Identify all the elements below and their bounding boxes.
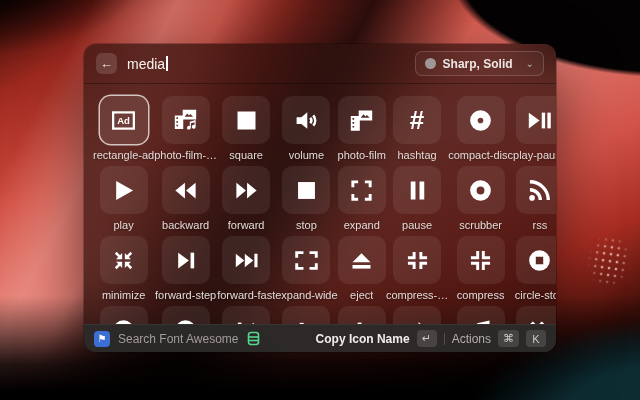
icon-label: compact-disc — [448, 149, 513, 161]
icon-tile-forward-fast[interactable] — [222, 236, 270, 284]
search-input[interactable]: media — [127, 56, 168, 72]
icon-cell-play-pause: play-pause — [513, 96, 556, 166]
arrow-right-icon — [404, 317, 431, 325]
play-icon — [110, 177, 137, 204]
style-dropdown-value: Sharp, Solid — [443, 57, 513, 71]
icon-cell-music — [448, 306, 513, 324]
icon-cell-backward: backward — [154, 166, 217, 236]
icon-cell-compress-…: compress-… — [386, 236, 448, 306]
icon-tile-compact-disc[interactable] — [457, 96, 505, 144]
k-key-badge[interactable]: K — [526, 330, 546, 347]
back-arrow-icon: ← — [100, 57, 113, 70]
icon-cell-eject: eject — [338, 236, 386, 306]
icon-label: compress — [457, 289, 505, 301]
icon-tile-scrubber[interactable] — [457, 166, 505, 214]
back-button[interactable]: ← — [96, 53, 117, 74]
footer-app-label: Search Font Awesome — [118, 332, 239, 346]
icon-tile-volume[interactable] — [282, 96, 330, 144]
icon-tile-chart-column[interactable] — [338, 306, 386, 324]
backward-icon — [172, 177, 199, 204]
icon-cell-forward-fast: forward-fast — [217, 236, 275, 306]
icon-tile-rectangle-ad[interactable]: Ad — [100, 96, 148, 144]
icon-cell-photo-film: photo-film — [338, 96, 386, 166]
icon-tile-photo-film-music[interactable] — [162, 96, 210, 144]
icon-tile-expand[interactable] — [338, 166, 386, 214]
backward-step-icon — [233, 317, 260, 325]
icon-label: circle-stop — [515, 289, 556, 301]
icon-tile-pause[interactable] — [393, 166, 441, 214]
expand-wide-icon — [293, 247, 320, 274]
icon-tile-forward[interactable] — [222, 166, 270, 214]
actions-button[interactable]: Actions — [452, 332, 491, 346]
icon-tile-hashtag[interactable]: # — [393, 96, 441, 144]
flag-glyph: ⚑ — [98, 333, 107, 344]
icon-tile-play[interactable] — [100, 166, 148, 214]
icon-tile-backward[interactable] — [162, 166, 210, 214]
circle-icon — [172, 317, 199, 325]
icon-tile-circle-stop[interactable] — [516, 236, 556, 284]
icon-cell-circle — [93, 306, 154, 324]
scrubber-icon — [467, 177, 494, 204]
photo-film-icon — [348, 107, 375, 134]
footer-bar: ⚑ Search Font Awesome Copy Icon Name ↵ A… — [84, 324, 556, 352]
square-icon — [233, 107, 260, 134]
rectangle-ad-icon: Ad — [110, 107, 137, 134]
sliders-icon — [293, 317, 320, 325]
wallpaper-halftone-dots — [575, 220, 640, 301]
icon-tile-square[interactable] — [222, 96, 270, 144]
search-bar: ← media Sharp, Solid ⌄ — [84, 44, 556, 84]
icon-cell-circle-stop: circle-stop — [513, 236, 556, 306]
icon-label: stop — [296, 219, 317, 231]
chart-column-icon — [348, 317, 375, 325]
icon-label: forward-fast — [217, 289, 275, 301]
icon-tile-eject[interactable] — [338, 236, 386, 284]
copy-icon-name-button[interactable]: Copy Icon Name — [316, 332, 410, 346]
icon-label: expand-wide — [275, 289, 337, 301]
icon-label: forward — [228, 219, 265, 231]
icon-tile-compress-wide[interactable] — [393, 236, 441, 284]
icon-tile-compress[interactable] — [457, 236, 505, 284]
compress-wide-icon — [404, 247, 431, 274]
compress-icon — [467, 247, 494, 274]
icon-label: rss — [533, 219, 548, 231]
icon-cell-volume: volume — [275, 96, 337, 166]
icon-tile-photo-film[interactable] — [338, 96, 386, 144]
icon-tile-angles-right[interactable] — [516, 306, 556, 324]
icon-cell-arrow-right — [386, 306, 448, 324]
icon-tile-minimize[interactable] — [100, 236, 148, 284]
icon-cell-play: play — [93, 166, 154, 236]
compact-disc-icon — [467, 107, 494, 134]
icon-cell-rectangle-ad: Adrectangle-ad — [93, 96, 154, 166]
icon-tile-music[interactable] — [457, 306, 505, 324]
icon-tile-circle[interactable] — [100, 306, 148, 324]
icon-cell-rss: rss — [513, 166, 556, 236]
icon-cell-angles-right — [513, 306, 556, 324]
icon-cell-backward-step — [217, 306, 275, 324]
photo-film-music-icon — [172, 107, 199, 134]
hashtag-icon: # — [410, 107, 424, 133]
cmd-key-badge[interactable]: ⌘ — [498, 330, 519, 347]
icon-tile-arrow-right[interactable] — [393, 306, 441, 324]
icon-cell-forward-step: forward-step — [154, 236, 217, 306]
icon-tile-expand-wide[interactable] — [282, 236, 330, 284]
icon-tile-forward-step[interactable] — [162, 236, 210, 284]
icon-tile-rss[interactable] — [516, 166, 556, 214]
expand-icon — [348, 177, 375, 204]
icon-label: play-pause — [513, 149, 556, 161]
icon-cell-square: square — [217, 96, 275, 166]
footer-actions: Copy Icon Name ↵ Actions ⌘ K — [316, 330, 546, 347]
chevron-down-icon: ⌄ — [526, 58, 534, 69]
return-key-badge[interactable]: ↵ — [417, 330, 437, 347]
icon-label: eject — [350, 289, 373, 301]
icon-tile-sliders[interactable] — [282, 306, 330, 324]
forward-icon — [233, 177, 260, 204]
icon-tile-play-pause[interactable] — [516, 96, 556, 144]
icon-grid: Adrectangle-adphoto-film-…squarevolumeph… — [84, 84, 556, 324]
icon-cell-photo-film-…: photo-film-… — [154, 96, 217, 166]
icon-tile-backward-step[interactable] — [222, 306, 270, 324]
icon-tile-circle[interactable] — [162, 306, 210, 324]
icon-tile-stop[interactable] — [282, 166, 330, 214]
style-dropdown[interactable]: Sharp, Solid ⌄ — [415, 51, 544, 76]
pause-icon — [404, 177, 431, 204]
icon-label: scrubber — [459, 219, 502, 231]
